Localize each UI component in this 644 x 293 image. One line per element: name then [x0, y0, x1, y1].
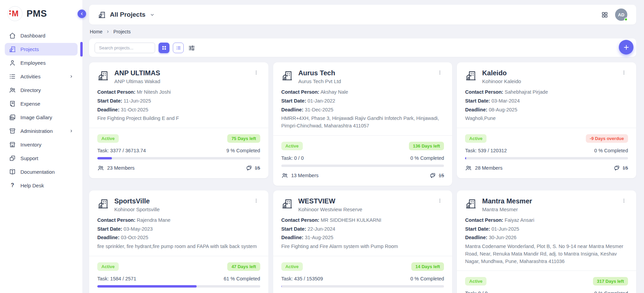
project-card[interactable]: Aurus Tech Aurus Tech Pvt Ltd Contact Pe…: [273, 62, 452, 186]
card-menu-button[interactable]: [620, 69, 628, 76]
card-menu-button[interactable]: [252, 69, 260, 76]
sidebar-item-image-gallary[interactable]: Image Gallary: [5, 111, 78, 124]
start-value: 01-Jan-2022: [308, 98, 335, 104]
sidebar-item-employees[interactable]: Employees: [5, 57, 78, 69]
project-card[interactable]: SportsVille Kohinoor Sportsville Contact…: [89, 190, 268, 293]
progress-bar: [281, 165, 444, 167]
status-badge: Active: [97, 262, 119, 271]
person-icon: [9, 59, 16, 66]
sidebar-item-dashboard[interactable]: Dashboard: [5, 29, 78, 42]
filter-button[interactable]: [188, 44, 196, 52]
sidebar-item-label: Help Desk: [20, 183, 73, 188]
progress-bar: [281, 285, 444, 288]
days-badge: 14 Days left: [411, 262, 444, 271]
user-avatar[interactable]: AD: [615, 9, 627, 21]
chat-indicator[interactable]: 15: [246, 165, 260, 171]
divider: [273, 135, 452, 136]
sidebar-item-label: Employees: [20, 60, 73, 66]
project-description: Fire Fighting and Fire Alarm system with…: [281, 243, 444, 250]
sidebar-item-label: Dashboard: [20, 33, 73, 38]
project-description: Fire Fighting Project Building E and F: [97, 115, 260, 122]
chevron-down-icon: [150, 12, 155, 17]
project-subtitle: ANP Ultimas Wakad: [114, 78, 247, 84]
app-logo: M PMS: [0, 0, 82, 25]
list-view-button[interactable]: [173, 43, 184, 53]
sidebar-item-expense[interactable]: Expense: [5, 97, 78, 110]
add-project-button[interactable]: [619, 40, 633, 55]
kebab-icon: [437, 198, 443, 203]
progress-fill: [465, 157, 466, 159]
breadcrumb-home[interactable]: Home: [90, 29, 102, 34]
chat-count: 15: [623, 165, 628, 171]
projects-toolbar: [89, 38, 636, 57]
chat-indicator[interactable]: 15: [613, 165, 628, 171]
project-title: SportsVille: [114, 197, 247, 205]
project-card[interactable]: Mantra Mesmer Mantra Mesmer Contact Pers…: [457, 190, 636, 293]
sidebar-item-label: Directory: [20, 87, 73, 93]
sidebar-item-support[interactable]: Support: [5, 152, 78, 165]
sidebar-item-label: Support: [20, 155, 73, 161]
project-subtitle: Kohinoor Kaleido: [482, 78, 614, 84]
chat-icon: [246, 165, 252, 171]
project-subtitle: Kohinoor Sportsville: [114, 206, 247, 212]
project-subtitle: Kohinoor Westview Reserve: [298, 206, 431, 212]
sidebar-item-label: Inventory: [20, 142, 73, 148]
deadline-row: Deadline: 03-Oct-2025: [97, 234, 260, 242]
project-description: HMRR+4XH, Phase 3, Hinjawadi Rajiv Gandh…: [281, 115, 444, 130]
project-cards-grid: ANP ULTIMAS ANP Ultimas Wakad Contact Pe…: [89, 62, 636, 293]
start-date-row: Start Date: 03-May-2023: [97, 226, 260, 233]
days-badge: -9 Days overdue: [586, 134, 628, 143]
project-selector[interactable]: All Projects: [98, 11, 155, 19]
sidebar-collapse-button[interactable]: [78, 10, 86, 18]
contact-value: Akshay Nale: [320, 89, 348, 95]
contact-row: Contact Person: Rajendra Mane: [97, 217, 260, 224]
card-menu-button[interactable]: [252, 197, 260, 204]
apps-grid-button[interactable]: [601, 11, 608, 18]
divider: [457, 271, 636, 271]
list-icon: [9, 73, 16, 80]
members-icon: [465, 165, 472, 171]
divider: [89, 256, 268, 256]
search-input[interactable]: [95, 43, 155, 53]
start-value: 03-Mar-2024: [492, 98, 520, 104]
sidebar-item-label: Activities: [20, 74, 65, 79]
project-title: Aurus Tech: [298, 69, 431, 77]
sidebar-item-administration[interactable]: Administration: [5, 125, 78, 137]
sidebar-item-activities[interactable]: Activities: [5, 70, 78, 83]
deadline-value: 03-Oct-2025: [121, 235, 148, 240]
chevron-left-icon: [80, 12, 84, 16]
project-card[interactable]: ANP ULTIMAS ANP Ultimas Wakad Contact Pe…: [89, 62, 268, 178]
project-description: Wagholi,Pune: [465, 115, 628, 122]
deadline-row: Deadline: 31-Aug-2025: [281, 234, 444, 242]
contact-label: Contact Person:: [281, 217, 319, 223]
card-menu-button[interactable]: [620, 197, 628, 204]
project-card[interactable]: WESTVIEW Kohinoor Westview Reserve Conta…: [273, 190, 452, 293]
completed-percent: 61 % Completed: [224, 276, 260, 281]
members-count: 28 Members: [475, 165, 502, 171]
deadline-row: Deadline: 31-Dec-2025: [281, 106, 444, 114]
chevron-right-icon: [69, 129, 73, 133]
sidebar-item-inventory[interactable]: Inventory: [5, 138, 78, 151]
contact-label: Contact Person:: [97, 217, 135, 223]
deadline-label: Deadline:: [97, 107, 119, 112]
app-title: PMS: [27, 9, 47, 19]
card-menu-button[interactable]: [436, 69, 444, 76]
contact-value: Sahebhajrat Pirjade: [505, 89, 548, 95]
days-badge: 136 Days left: [409, 142, 444, 150]
kebab-icon: [437, 70, 443, 75]
grid-view-button[interactable]: [159, 43, 169, 53]
chat-indicator[interactable]: 15: [429, 172, 444, 179]
header-actions: AD: [601, 9, 627, 21]
sidebar-item-projects[interactable]: Projects: [5, 43, 78, 56]
sidebar-item-help-desk[interactable]: ?Help Desk: [5, 179, 78, 192]
start-label: Start Date:: [281, 98, 306, 104]
project-card[interactable]: Kaleido Kohinoor Kaleido Contact Person:…: [457, 62, 636, 178]
status-badge: Active: [465, 134, 486, 143]
building-icon: [9, 46, 16, 53]
sidebar-item-documentation[interactable]: Documentation: [5, 166, 78, 178]
deadline-label: Deadline:: [281, 235, 303, 240]
start-label: Start Date:: [281, 226, 306, 232]
sidebar-item-directory[interactable]: Directory: [5, 84, 78, 96]
card-menu-button[interactable]: [436, 197, 444, 204]
sidebar-item-label: Administration: [20, 128, 65, 134]
